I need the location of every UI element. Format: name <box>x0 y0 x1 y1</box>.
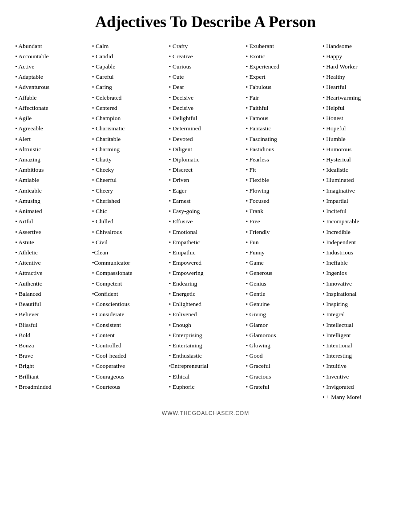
list-item: • Incomparable <box>322 216 396 226</box>
list-item: • Cooperative <box>92 361 165 371</box>
list-item: • Cute <box>169 72 242 82</box>
list-item: • Focused <box>246 196 319 206</box>
list-item: • Empathic <box>169 247 242 258</box>
list-item: • Enlivened <box>169 309 242 319</box>
list-item: • Fantastic <box>246 123 319 133</box>
list-item: • Heartwarming <box>322 93 396 103</box>
list-item: • Eager <box>169 185 242 196</box>
list-item: •Confident <box>92 289 165 299</box>
list-item: • Chivalrous <box>92 227 165 237</box>
list-item: • Free <box>246 216 319 226</box>
list-item: • Adventurous <box>15 82 89 92</box>
list-item: • Fair <box>246 93 319 103</box>
list-item: • Independent <box>322 237 396 247</box>
list-item: • Intelligent <box>322 330 396 340</box>
list-item: • Idealistic <box>322 165 396 175</box>
list-item: • Centered <box>92 103 165 113</box>
list-item: • Determined <box>169 123 242 133</box>
list-item: • Funny <box>246 247 319 258</box>
list-item: • Empowering <box>169 268 242 278</box>
list-item: • Brilliant <box>15 371 89 382</box>
list-item: • Charitable <box>92 134 165 144</box>
list-item: • Champion <box>92 113 165 123</box>
list-item: • Exuberant <box>246 41 319 51</box>
list-item: • Amiable <box>15 175 89 185</box>
list-item: • Creative <box>169 51 242 61</box>
list-item: • Earnest <box>169 196 242 206</box>
list-item: • Competent <box>92 278 165 289</box>
list-item: • Fascinating <box>246 134 319 144</box>
list-item: • Empathetic <box>169 237 242 247</box>
list-item: • Enterprising <box>169 330 242 340</box>
list-item: • Dear <box>169 82 242 92</box>
list-item: • Athletic <box>15 247 89 258</box>
list-item: • Chatty <box>92 154 165 165</box>
list-item: • Cool-headed <box>92 351 165 361</box>
list-item: • Interesting <box>322 351 396 361</box>
list-item: • Charming <box>92 144 165 154</box>
list-item: • Flowing <box>246 185 319 196</box>
list-item: • Charismatic <box>92 123 165 133</box>
list-item: •Entrepreneurial <box>169 361 242 371</box>
list-item: • Courageous <box>92 371 165 382</box>
column-col5: • Handsome• Happy• Hard Worker• Healthy•… <box>321 41 398 403</box>
list-item: • Decisive <box>169 103 242 113</box>
list-item: • Agile <box>15 113 89 123</box>
list-item: • Courteous <box>92 382 165 392</box>
list-item: • Famous <box>246 113 319 123</box>
list-item: • Cherished <box>92 196 165 206</box>
column-col1: • Abundant• Accountable• Active• Adaptab… <box>13 41 90 403</box>
list-item: • Discreet <box>169 165 242 175</box>
list-item: • Entertaining <box>169 340 242 351</box>
list-item: • Capable <box>92 61 165 72</box>
list-item: • Diplomatic <box>169 154 242 165</box>
list-item: • Empowered <box>169 258 242 268</box>
list-item: • Driven <box>169 175 242 185</box>
list-item: • Cheeky <box>92 165 165 175</box>
list-item: • Imaginative <box>322 185 396 196</box>
list-item: • Animated <box>15 206 89 216</box>
footer: WWW.THEGOALCHASER.COM <box>13 410 398 416</box>
list-item: • Calm <box>92 41 165 51</box>
list-item: • Brave <box>15 351 89 361</box>
list-item: • Fabulous <box>246 82 319 92</box>
list-item: • Altruistic <box>15 144 89 154</box>
list-item: • Glamor <box>246 320 319 330</box>
list-item: • Fastidious <box>246 144 319 154</box>
list-item: • Gentle <box>246 289 319 299</box>
page-title: Adjectives To Describe A Person <box>13 13 398 31</box>
list-item: • Compassionate <box>92 268 165 278</box>
list-item: • Beautiful <box>15 299 89 309</box>
list-item: • Generous <box>246 268 319 278</box>
column-col2: • Calm• Candid• Capable• Careful• Caring… <box>90 41 167 403</box>
list-item: • Inciteful <box>322 206 396 216</box>
list-item: • Crafty <box>169 41 242 51</box>
list-item: •Clean <box>92 247 165 258</box>
list-item: • Genuine <box>246 299 319 309</box>
list-item: • Grateful <box>246 382 319 392</box>
list-item: • Cheery <box>92 185 165 196</box>
list-item: • Frank <box>246 206 319 216</box>
list-item: • Broadminded <box>15 382 89 392</box>
list-item: • Enough <box>169 320 242 330</box>
list-item: • Enthusiastic <box>169 351 242 361</box>
list-item: • Considerate <box>92 309 165 319</box>
list-item: • Industrious <box>322 247 396 258</box>
list-item: • Energetic <box>169 289 242 299</box>
list-item: • Candid <box>92 51 165 61</box>
list-item: • Inventive <box>322 371 396 382</box>
list-item: • Bright <box>15 361 89 371</box>
list-item: • Blissful <box>15 320 89 330</box>
list-item: • Friendly <box>246 227 319 237</box>
list-item: • Impartial <box>322 196 396 206</box>
list-item: • Intuitive <box>322 361 396 371</box>
list-item: • Exotic <box>246 51 319 61</box>
list-item: • Fun <box>246 237 319 247</box>
list-item: • Attentive <box>15 258 89 268</box>
list-item: • Amicable <box>15 185 89 196</box>
list-item: • Genius <box>246 278 319 289</box>
list-item: • Devoted <box>169 134 242 144</box>
list-item: • Gracious <box>246 371 319 382</box>
list-item: • Controlled <box>92 340 165 351</box>
list-item: • Caring <box>92 82 165 92</box>
